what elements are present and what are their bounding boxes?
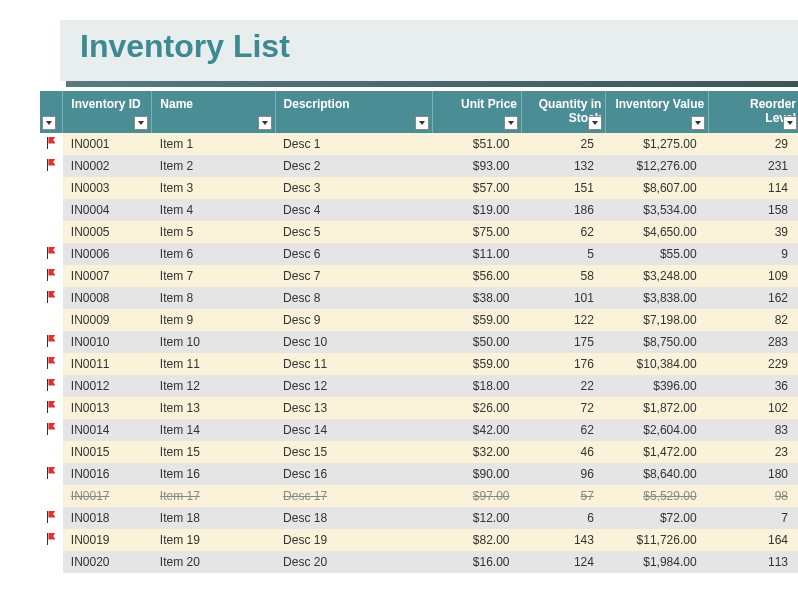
cell-qty: 122 [522, 309, 606, 331]
table-row[interactable]: IN0015Item 15Desc 15$32.0046$1,472.0023 [40, 441, 798, 463]
table-row[interactable]: IN0001Item 1Desc 1$51.0025$1,275.0029 [40, 133, 798, 155]
header-reorder-level: Reorder Level [709, 91, 798, 133]
flag-cell [40, 309, 63, 331]
cell-value: $3,838.00 [606, 287, 709, 309]
flag-icon [46, 511, 56, 523]
cell-qty: 151 [522, 177, 606, 199]
table-row[interactable]: IN0019Item 19Desc 19$82.00143$11,726.001… [40, 529, 798, 551]
cell-reorder: 162 [709, 287, 798, 309]
table-row[interactable]: IN0011Item 11Desc 11$59.00176$10,384.002… [40, 353, 798, 375]
cell-name: Item 17 [152, 485, 275, 507]
filter-button-reorder[interactable] [783, 116, 797, 130]
table-row[interactable]: IN0014Item 14Desc 14$42.0062$2,604.0083 [40, 419, 798, 441]
cell-qty: 57 [522, 485, 606, 507]
header-label-name: Name [160, 97, 193, 111]
cell-qty: 72 [522, 397, 606, 419]
cell-qty: 46 [522, 441, 606, 463]
cell-name: Item 18 [152, 507, 275, 529]
cell-price: $82.00 [433, 529, 522, 551]
flag-cell [40, 419, 63, 441]
cell-name: Item 4 [152, 199, 275, 221]
table-row[interactable]: IN0018Item 18Desc 18$12.006$72.007 [40, 507, 798, 529]
filter-button-flag[interactable] [42, 116, 56, 130]
cell-id: IN0007 [63, 265, 152, 287]
cell-qty: 143 [522, 529, 606, 551]
cell-value: $8,640.00 [606, 463, 709, 485]
filter-button-price[interactable] [504, 116, 518, 130]
table-row[interactable]: IN0002Item 2Desc 2$93.00132$12,276.00231 [40, 155, 798, 177]
cell-desc: Desc 15 [275, 441, 432, 463]
cell-value: $4,650.00 [606, 221, 709, 243]
cell-name: Item 8 [152, 287, 275, 309]
flag-cell [40, 155, 63, 177]
table-row[interactable]: IN0016Item 16Desc 16$90.0096$8,640.00180 [40, 463, 798, 485]
cell-price: $16.00 [433, 551, 522, 573]
cell-reorder: 229 [709, 353, 798, 375]
table-row[interactable]: IN0009Item 9Desc 9$59.00122$7,198.0082 [40, 309, 798, 331]
cell-desc: Desc 10 [275, 331, 432, 353]
filter-button-name[interactable] [258, 116, 272, 130]
cell-qty: 22 [522, 375, 606, 397]
cell-desc: Desc 16 [275, 463, 432, 485]
table-row[interactable]: IN0013Item 13Desc 13$26.0072$1,872.00102 [40, 397, 798, 419]
cell-price: $19.00 [433, 199, 522, 221]
cell-reorder: 114 [709, 177, 798, 199]
flag-icon [46, 291, 56, 303]
table-row[interactable]: IN0004Item 4Desc 4$19.00186$3,534.00158 [40, 199, 798, 221]
flag-cell [40, 441, 63, 463]
cell-reorder: 36 [709, 375, 798, 397]
cell-id: IN0012 [63, 375, 152, 397]
cell-desc: Desc 14 [275, 419, 432, 441]
cell-price: $75.00 [433, 221, 522, 243]
flag-icon [46, 335, 56, 347]
cell-desc: Desc 13 [275, 397, 432, 419]
cell-qty: 58 [522, 265, 606, 287]
cell-name: Item 11 [152, 353, 275, 375]
cell-reorder: 180 [709, 463, 798, 485]
cell-name: Item 3 [152, 177, 275, 199]
table-row[interactable]: IN0017Item 17Desc 17$97.0057$5,529.0098 [40, 485, 798, 507]
flag-icon [46, 269, 56, 281]
table-row[interactable]: IN0020Item 20Desc 20$16.00124$1,984.0011… [40, 551, 798, 573]
cell-price: $11.00 [433, 243, 522, 265]
cell-desc: Desc 9 [275, 309, 432, 331]
flag-cell [40, 485, 63, 507]
cell-qty: 62 [522, 221, 606, 243]
filter-button-qty[interactable] [588, 116, 602, 130]
cell-name: Item 2 [152, 155, 275, 177]
cell-qty: 175 [522, 331, 606, 353]
cell-value: $1,472.00 [606, 441, 709, 463]
cell-name: Item 20 [152, 551, 275, 573]
inventory-table: Inventory ID Name Description Unit Price… [40, 91, 798, 573]
header-name: Name [152, 91, 275, 133]
cell-desc: Desc 20 [275, 551, 432, 573]
filter-button-desc[interactable] [415, 116, 429, 130]
table-row[interactable]: IN0010Item 10Desc 10$50.00175$8,750.0028… [40, 331, 798, 353]
cell-name: Item 6 [152, 243, 275, 265]
filter-button-value[interactable] [691, 116, 705, 130]
table-row[interactable]: IN0008Item 8Desc 8$38.00101$3,838.00162 [40, 287, 798, 309]
table-row[interactable]: IN0005Item 5Desc 5$75.0062$4,650.0039 [40, 221, 798, 243]
cell-price: $42.00 [433, 419, 522, 441]
cell-value: $55.00 [606, 243, 709, 265]
cell-reorder: 23 [709, 441, 798, 463]
cell-value: $1,275.00 [606, 133, 709, 155]
flag-cell [40, 463, 63, 485]
cell-reorder: 39 [709, 221, 798, 243]
filter-button-id[interactable] [134, 116, 148, 130]
cell-price: $12.00 [433, 507, 522, 529]
cell-id: IN0018 [63, 507, 152, 529]
cell-price: $90.00 [433, 463, 522, 485]
cell-name: Item 7 [152, 265, 275, 287]
table-row[interactable]: IN0012Item 12Desc 12$18.0022$396.0036 [40, 375, 798, 397]
cell-id: IN0001 [63, 133, 152, 155]
cell-qty: 62 [522, 419, 606, 441]
table-row[interactable]: IN0006Item 6Desc 6$11.005$55.009 [40, 243, 798, 265]
cell-id: IN0014 [63, 419, 152, 441]
cell-value: $3,248.00 [606, 265, 709, 287]
cell-desc: Desc 2 [275, 155, 432, 177]
cell-price: $50.00 [433, 331, 522, 353]
cell-value: $8,750.00 [606, 331, 709, 353]
table-row[interactable]: IN0007Item 7Desc 7$56.0058$3,248.00109 [40, 265, 798, 287]
table-row[interactable]: IN0003Item 3Desc 3$57.00151$8,607.00114 [40, 177, 798, 199]
